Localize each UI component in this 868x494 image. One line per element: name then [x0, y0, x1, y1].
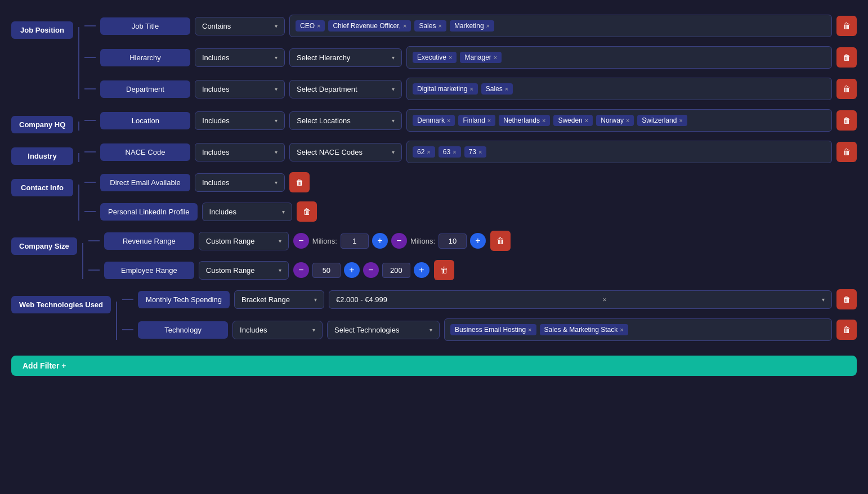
filter-group: Web Technologies UsedMonthly Tech Spendi…: [11, 286, 857, 344]
delete-filter-button[interactable]: 🗑: [836, 16, 857, 36]
value-dropdown[interactable]: Select NACE Codes▾: [289, 143, 402, 161]
category-label: Industry: [11, 147, 73, 165]
range-controls: −50+−200+: [293, 262, 429, 278]
operator-dropdown-technology[interactable]: Includes▾: [232, 321, 323, 339]
remove-tag-button[interactable]: ×: [427, 149, 430, 155]
tags-area[interactable]: 62 ×63 ×73 ×: [406, 141, 832, 163]
remove-tag-button[interactable]: ×: [438, 23, 441, 29]
delete-filter-button[interactable]: 🗑: [289, 172, 310, 192]
horizontal-connector: [88, 270, 100, 271]
remove-tag-button[interactable]: ×: [505, 86, 508, 92]
decrement-min-button[interactable]: −: [293, 262, 309, 278]
min-value[interactable]: 50: [312, 263, 341, 278]
operator-dropdown-department[interactable]: Includes▾: [195, 80, 285, 98]
remove-tag-button[interactable]: ×: [679, 117, 682, 124]
increment-max-button[interactable]: +: [470, 233, 486, 249]
value-dropdown[interactable]: Select Technologies▾: [327, 321, 440, 339]
min-value[interactable]: 1: [341, 233, 369, 249]
delete-filter-button[interactable]: 🗑: [836, 110, 857, 131]
remove-tag-button[interactable]: ×: [528, 326, 531, 333]
chevron-down-icon: ▾: [822, 297, 825, 303]
remove-tag-button[interactable]: ×: [469, 86, 473, 92]
remove-tag-button[interactable]: ×: [626, 117, 629, 124]
operator-dropdown-direct-email[interactable]: Includes▾: [195, 173, 285, 192]
filter-row: Personal LinkedIn ProfileIncludes▾🗑: [84, 198, 857, 225]
delete-filter-button[interactable]: 🗑: [434, 260, 454, 280]
delete-filter-button[interactable]: 🗑: [297, 201, 317, 222]
sub-label: Technology: [138, 321, 228, 339]
clear-value-button[interactable]: ×: [602, 295, 607, 304]
operator-dropdown-linkedin-profile[interactable]: Includes▾: [202, 203, 292, 221]
remove-tag-button[interactable]: ×: [620, 326, 623, 333]
filter-tag: CEO ×: [296, 20, 325, 32]
tags-area[interactable]: Business Email Hosting ×Sales & Marketin…: [444, 318, 832, 341]
category-label: Company HQ: [11, 116, 73, 133]
delete-filter-button[interactable]: 🗑: [490, 231, 511, 251]
chevron-down-icon: ▾: [275, 23, 278, 29]
vertical-connector: [73, 11, 84, 104]
max-value[interactable]: 200: [382, 263, 410, 278]
operator-dropdown-nace-code[interactable]: Includes▾: [195, 143, 285, 161]
filter-tag: 62 ×: [413, 146, 435, 158]
remove-tag-button[interactable]: ×: [453, 149, 456, 155]
increment-min-button[interactable]: +: [344, 262, 360, 278]
remove-tag-button[interactable]: ×: [403, 23, 406, 29]
remove-tag-button[interactable]: ×: [486, 23, 490, 29]
operator-dropdown-revenue-range[interactable]: Custom Range▾: [199, 232, 289, 250]
operator-dropdown-employee-range[interactable]: Custom Range▾: [199, 261, 289, 280]
operator-dropdown-monthly-tech-spending[interactable]: Bracket Range▾: [234, 290, 324, 309]
remove-tag-button[interactable]: ×: [447, 117, 450, 124]
sub-label: NACE Code: [100, 143, 190, 161]
decrement-min-button[interactable]: −: [293, 233, 309, 249]
remove-tag-button[interactable]: ×: [317, 23, 320, 29]
remove-tag-button[interactable]: ×: [585, 117, 588, 124]
delete-filter-button[interactable]: 🗑: [836, 320, 857, 340]
filter-tag: Sales & Marketing Stack ×: [540, 324, 628, 335]
tags-area[interactable]: Denmark ×Finland ×Netherlands ×Sweden ×N…: [406, 109, 832, 132]
category-label: Company Size: [11, 237, 77, 255]
max-value[interactable]: 10: [439, 233, 467, 249]
value-dropdown[interactable]: Select Locations▾: [289, 111, 402, 130]
increment-max-button[interactable]: +: [414, 262, 429, 278]
delete-filter-button[interactable]: 🗑: [836, 289, 857, 309]
sub-label: Direct Email Available: [100, 174, 190, 191]
remove-tag-button[interactable]: ×: [478, 149, 482, 155]
operator-dropdown-hierarchy[interactable]: Includes▾: [195, 48, 285, 67]
chevron-down-icon: ▾: [275, 149, 278, 155]
delete-filter-button[interactable]: 🗑: [836, 47, 857, 68]
category-label: Contact Info: [11, 179, 73, 196]
operator-dropdown-location[interactable]: Includes▾: [195, 111, 285, 130]
chevron-down-icon: ▾: [275, 55, 278, 61]
filter-builder: Job PositionJob TitleContains▾CEO ×Chief…: [11, 11, 857, 376]
remove-tag-button[interactable]: ×: [542, 117, 545, 124]
sub-label: Monthly Tech Spending: [138, 291, 230, 308]
filter-tag: Finland ×: [458, 115, 495, 126]
filter-tag: Digital marketing ×: [413, 83, 478, 95]
horizontal-connector: [122, 329, 133, 330]
remove-tag-button[interactable]: ×: [449, 54, 452, 61]
chevron-down-icon: ▾: [282, 209, 285, 215]
chevron-down-icon: ▾: [279, 267, 281, 273]
vertical-connector: [77, 227, 88, 284]
decrement-max-button[interactable]: −: [363, 262, 379, 278]
filter-tag: Chief Revenue Officer, ×: [328, 20, 411, 32]
tags-area[interactable]: CEO ×Chief Revenue Officer, ×Sales ×Mark…: [289, 15, 832, 37]
tags-area[interactable]: Executive ×Manager ×: [406, 46, 832, 69]
remove-tag-button[interactable]: ×: [494, 54, 497, 61]
add-filter-button[interactable]: Add Filter +: [11, 356, 857, 376]
filter-tag: Sales ×: [414, 20, 446, 32]
remove-tag-button[interactable]: ×: [487, 117, 491, 124]
tags-area[interactable]: Digital marketing ×Sales ×: [406, 78, 832, 100]
delete-filter-button[interactable]: 🗑: [836, 79, 857, 99]
value-dropdown[interactable]: Select Department▾: [289, 80, 402, 98]
horizontal-connector: [84, 151, 96, 152]
value-dropdown[interactable]: Select Hierarchy▾: [289, 48, 402, 67]
filter-tag: Switzerland ×: [637, 115, 687, 126]
operator-dropdown-job-title[interactable]: Contains▾: [195, 17, 285, 35]
delete-filter-button[interactable]: 🗑: [836, 142, 857, 162]
horizontal-connector: [84, 25, 96, 26]
increment-min-button[interactable]: +: [372, 233, 388, 249]
bracket-value-dropdown[interactable]: €2.000 - €4.999 ×▾: [329, 290, 832, 309]
filter-group: IndustryNACE CodeIncludes▾Select NACE Co…: [11, 137, 857, 167]
decrement-max-button[interactable]: −: [391, 233, 407, 249]
